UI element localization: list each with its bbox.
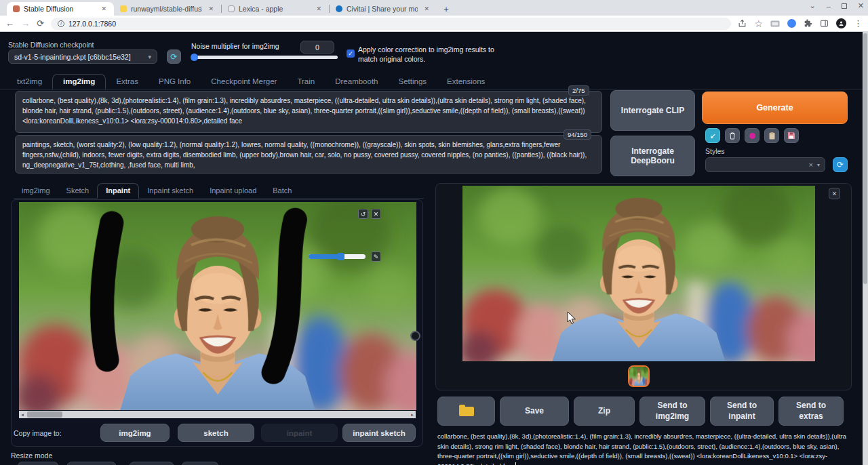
subtab-sketch[interactable]: Sketch <box>58 184 98 198</box>
interrogate-clip-button[interactable]: Interrogate CLIP <box>610 90 695 131</box>
window-maximize-button[interactable] <box>842 3 847 9</box>
send-to-img2img-button[interactable]: Send to img2img <box>639 397 705 426</box>
page-scrollbar[interactable] <box>863 32 868 465</box>
share-icon[interactable] <box>738 19 747 28</box>
inpaint-canvas[interactable]: ↺ ✕ ✎ <box>19 202 416 410</box>
clear-styles-icon[interactable]: × <box>809 161 813 169</box>
color-correction-checkbox[interactable]: ✓ <box>347 49 355 58</box>
gallery-thumbnail-selected[interactable] <box>628 365 650 387</box>
window-close-button[interactable]: ✕ <box>858 1 864 10</box>
tab-divider <box>0 89 863 89</box>
bookmark-star-icon[interactable]: ☆ <box>754 19 763 28</box>
checkpoint-label: Stable Diffusion checkpoint <box>8 41 94 49</box>
resize-mode-option[interactable] <box>17 462 59 465</box>
profile-avatar[interactable] <box>836 18 846 28</box>
checkpoint-select[interactable]: sd-v1-5-inpainting.ckpt [c6bbc15e32] ▾ <box>8 49 157 64</box>
tab-extensions[interactable]: Extensions <box>437 75 495 89</box>
send-to-extras-button[interactable]: Send to extras <box>778 397 844 426</box>
noise-multiplier-slider[interactable] <box>191 56 338 59</box>
back-icon[interactable]: ← <box>5 19 14 28</box>
tab-close-icon[interactable]: ✕ <box>206 5 216 13</box>
subtab-inpaint-upload[interactable]: Inpaint upload <box>201 184 264 198</box>
extensions-puzzle-icon[interactable] <box>804 19 812 28</box>
canvas-horizontal-scrollbar[interactable]: ◂ ▸ <box>19 411 416 418</box>
tab-close-icon[interactable]: ✕ <box>314 5 323 13</box>
extra-networks-icon[interactable] <box>745 128 760 143</box>
tab-settings[interactable]: Settings <box>389 75 437 89</box>
new-tab-button[interactable]: + <box>441 3 452 14</box>
side-panel-icon[interactable] <box>820 19 829 28</box>
reload-icon[interactable]: ⟳ <box>37 19 44 28</box>
negative-prompt-textarea[interactable]: paintings, sketch, (worst quality:2), (l… <box>15 135 602 174</box>
copy-to-inpaint-sketch-button[interactable]: inpaint sketch <box>342 424 416 442</box>
zip-button[interactable]: Zip <box>574 397 635 426</box>
resize-mode-option[interactable] <box>129 462 174 465</box>
undo-brush-icon[interactable]: ↺ <box>358 209 368 219</box>
canvas-resize-handle[interactable] <box>410 331 420 341</box>
scrollbar-thumb[interactable] <box>27 411 62 418</box>
tab-png-info[interactable]: PNG Info <box>149 75 201 89</box>
subtab-inpaint[interactable]: Inpaint <box>97 183 139 199</box>
brush-icon[interactable]: ✎ <box>371 251 381 262</box>
subtab-img2img[interactable]: img2img <box>14 184 58 198</box>
subtab-batch[interactable]: Batch <box>264 184 300 198</box>
copy-to-sketch-button[interactable]: sketch <box>178 424 254 442</box>
tab-close-icon[interactable]: ✕ <box>99 5 108 13</box>
chevron-down-icon: ▾ <box>817 162 820 168</box>
styles-select[interactable]: × ▾ <box>705 157 825 172</box>
browser-tab-runwayml[interactable]: runwayml/stable-diffusion-inpa ✕ <box>114 2 221 16</box>
tab-train[interactable]: Train <box>287 75 325 89</box>
interrogate-deepbooru-button[interactable]: Interrogate DeepBooru <box>610 136 695 176</box>
generate-button[interactable]: Generate <box>702 92 848 124</box>
resize-mode-option[interactable] <box>181 462 219 465</box>
save-button[interactable]: Save <box>500 397 569 426</box>
resize-mode-option[interactable] <box>66 462 117 465</box>
generated-image[interactable] <box>462 186 815 361</box>
tab-close-icon[interactable]: ✕ <box>422 5 431 13</box>
send-to-inpaint-button[interactable]: Send to inpaint <box>710 397 774 426</box>
close-gallery-icon[interactable]: ✕ <box>829 188 840 199</box>
paste-generation-params-icon[interactable]: ↙ <box>705 128 720 143</box>
refresh-styles-button[interactable]: ⟳ <box>833 157 848 172</box>
styles-label: Styles <box>705 147 725 155</box>
extension-blue-icon[interactable] <box>787 19 796 28</box>
tab-txt2img[interactable]: txt2img <box>7 75 52 89</box>
forward-icon[interactable]: → <box>21 19 30 28</box>
clear-canvas-icon[interactable]: ✕ <box>371 209 381 219</box>
window-chevron-icon[interactable]: ⌄ <box>809 1 815 10</box>
slider-thumb[interactable] <box>191 54 198 61</box>
open-folder-button[interactable] <box>437 397 495 426</box>
page-scrollbar-thumb[interactable] <box>863 33 867 284</box>
clear-prompt-trash-icon[interactable] <box>725 128 740 143</box>
noise-multiplier-label: Noise multiplier for img2img <box>191 42 279 50</box>
browser-menu-icon[interactable]: ⋮ <box>854 19 863 28</box>
address-bar[interactable]: i 127.0.0.1:7860 <box>51 18 732 30</box>
brush-size-slider[interactable] <box>309 254 366 259</box>
save-style-icon[interactable] <box>784 128 799 143</box>
tab-dreambooth[interactable]: Dreambooth <box>325 75 388 89</box>
window-minimize-button[interactable]: – <box>827 2 831 10</box>
scroll-right-icon[interactable]: ▸ <box>409 412 416 418</box>
negative-token-counter: 94/150 <box>564 129 591 140</box>
brush-size-thumb[interactable] <box>337 253 344 260</box>
tab-extras[interactable]: Extras <box>106 75 149 89</box>
browser-tab-lexica[interactable]: Lexica - apple ✕ <box>222 2 329 16</box>
huggingface-favicon <box>120 5 127 12</box>
apply-style-clipboard-icon[interactable] <box>764 128 779 143</box>
brush-size-fill <box>309 254 340 259</box>
subtab-inpaint-sketch[interactable]: Inpaint sketch <box>139 184 201 198</box>
extension-tv-icon[interactable] <box>770 20 780 28</box>
refresh-checkpoint-button[interactable]: ⟳ <box>167 49 181 64</box>
browser-tab-stable-diffusion[interactable]: Stable Diffusion ✕ <box>7 2 114 16</box>
folder-icon <box>459 407 474 416</box>
tab-checkpoint-merger[interactable]: Checkpoint Merger <box>201 75 287 89</box>
scroll-left-icon[interactable]: ◂ <box>19 412 26 418</box>
tab-img2img[interactable]: img2img <box>52 74 106 90</box>
check-icon: ✓ <box>348 50 353 57</box>
noise-multiplier-value[interactable]: 0 <box>300 41 334 54</box>
copy-to-img2img-button[interactable]: img2img <box>100 424 170 442</box>
prompt-textarea[interactable]: collarbone, (best quality),(8k, 3d),(pho… <box>15 91 602 133</box>
browser-tab-civitai[interactable]: Civitai | Share your models ✕ <box>330 2 437 16</box>
site-info-icon[interactable]: i <box>58 20 64 27</box>
browser-toolbar: ← → ⟳ i 127.0.0.1:7860 ☆ ⋮ <box>0 16 868 32</box>
